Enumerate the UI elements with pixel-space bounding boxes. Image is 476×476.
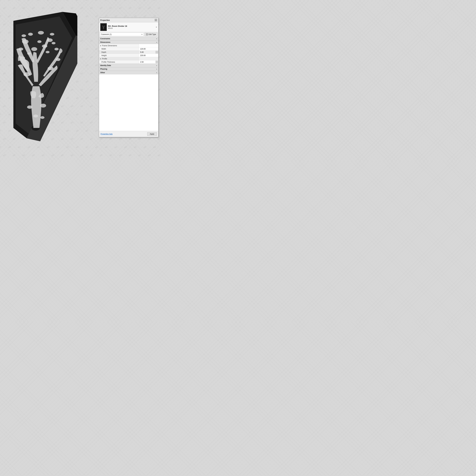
depth-value-button[interactable]: ⋯ xyxy=(156,51,158,53)
properties-footer: Properties help Apply xyxy=(99,131,158,137)
svg-point-15 xyxy=(50,33,54,35)
other-chevron: « xyxy=(156,72,157,73)
other-section-header[interactable]: Other « xyxy=(99,71,158,74)
width-label: Width xyxy=(99,47,139,51)
object-thumbnail xyxy=(100,23,107,31)
height-row: Height 220.00 xyxy=(99,54,158,57)
height-label: Height xyxy=(99,54,139,57)
frame-dimensions-row[interactable]: Frame Dimensions xyxy=(99,44,158,47)
object-material: Wood xyxy=(108,27,154,29)
svg-point-8 xyxy=(56,58,60,61)
svg-point-17 xyxy=(54,48,59,51)
phasing-label: Phasing xyxy=(100,68,107,70)
svg-point-6 xyxy=(48,67,53,70)
dimensions-label: Dimensions xyxy=(100,41,110,43)
identity-data-section-header[interactable]: Identity Data « xyxy=(99,64,158,67)
svg-point-22 xyxy=(52,42,55,44)
object-dropdown-arrow[interactable]: ▼ xyxy=(156,26,157,28)
svg-point-13 xyxy=(28,33,33,36)
profile-thickness-row: Profile Thickness 2.50 ⋯ xyxy=(99,60,158,64)
svg-point-23 xyxy=(40,104,46,108)
phasing-section-header[interactable]: Phasing « xyxy=(99,67,158,71)
constraints-label: Constraints xyxy=(100,38,110,40)
profile-row[interactable]: Profile xyxy=(99,57,158,60)
other-label: Other xyxy=(100,71,105,74)
svg-point-10 xyxy=(42,45,47,48)
profile-thickness-button[interactable]: ⋯ xyxy=(156,61,158,63)
depth-row: Depth 5.00 ⋯ xyxy=(99,51,158,54)
frame-dimensions-value xyxy=(139,44,158,47)
svg-point-18 xyxy=(27,52,31,55)
profile-thickness-label: Profile Thickness xyxy=(99,60,139,64)
category-row: Casework (1) ▼ Edit Type xyxy=(99,32,158,37)
properties-help-link[interactable]: Properties help xyxy=(101,133,113,135)
profile-value xyxy=(139,57,158,60)
3d-panel-view xyxy=(4,9,77,150)
properties-panel: Properties × RD_Room Divider 16 Wood ▼ C… xyxy=(99,18,158,137)
profile-thickness-value[interactable]: 2.50 ⋯ xyxy=(139,60,158,64)
width-row: Width 120.00 xyxy=(99,47,158,51)
svg-point-26 xyxy=(40,116,45,119)
height-value[interactable]: 220.00 xyxy=(139,54,158,57)
edit-type-icon xyxy=(146,33,148,35)
phasing-chevron: « xyxy=(156,68,157,70)
object-info: RD_Room Divider 16 Wood xyxy=(108,25,154,29)
width-value[interactable]: 120.00 xyxy=(139,47,158,51)
svg-point-16 xyxy=(18,48,23,51)
constraints-section-header[interactable]: Constraints « xyxy=(99,37,158,40)
profile-label: Profile xyxy=(99,57,139,60)
svg-point-29 xyxy=(103,28,104,29)
object-name: RD_Room Divider 16 xyxy=(108,25,154,27)
depth-value[interactable]: 5.00 ⋯ xyxy=(139,51,158,54)
edit-type-button[interactable]: Edit Type xyxy=(145,33,157,36)
svg-point-12 xyxy=(47,38,53,42)
svg-point-24 xyxy=(27,105,33,109)
constraints-chevron: « xyxy=(156,38,157,40)
properties-panel-header: Properties × xyxy=(99,18,158,22)
svg-point-9 xyxy=(31,47,37,51)
dimensions-chevron: » xyxy=(156,41,157,43)
close-button[interactable]: × xyxy=(155,19,157,21)
object-preview-row: RD_Room Divider 16 Wood ▼ xyxy=(99,22,158,32)
depth-label: Depth xyxy=(99,51,139,54)
svg-point-25 xyxy=(33,115,38,118)
edit-type-label: Edit Type xyxy=(149,33,156,35)
svg-point-21 xyxy=(22,34,26,37)
identity-data-chevron: « xyxy=(156,65,157,66)
svg-point-11 xyxy=(22,40,29,44)
frame-dimensions-label: Frame Dimensions xyxy=(99,44,139,47)
svg-point-19 xyxy=(37,40,41,43)
identity-data-label: Identity Data xyxy=(100,64,111,67)
properties-panel-title: Properties xyxy=(100,19,110,21)
category-dropdown[interactable]: Casework (1) ▼ xyxy=(100,33,144,36)
empty-content-area xyxy=(99,74,158,131)
svg-point-14 xyxy=(38,31,44,34)
svg-point-5 xyxy=(23,72,30,76)
dimensions-section-header[interactable]: Dimensions » xyxy=(99,40,158,44)
svg-point-20 xyxy=(46,51,50,53)
apply-button[interactable]: Apply xyxy=(147,132,157,136)
